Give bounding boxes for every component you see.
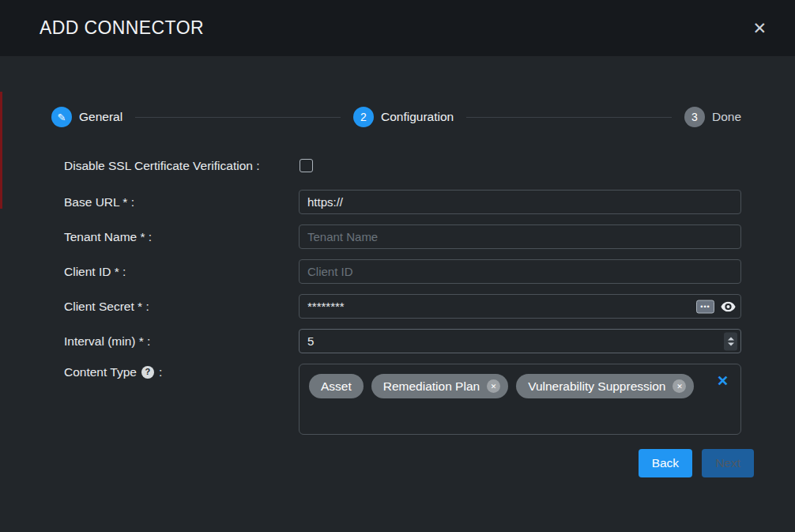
clear-all-icon[interactable]: ✕ bbox=[717, 374, 729, 388]
tag-label: Asset bbox=[321, 379, 352, 394]
tag-remove-icon[interactable]: ✕ bbox=[487, 379, 500, 393]
client-id-input[interactable] bbox=[299, 259, 741, 284]
background-strip bbox=[0, 92, 2, 209]
interval-input[interactable] bbox=[299, 329, 741, 353]
tenant-name-label: Tenant Name * : bbox=[64, 228, 299, 246]
content-type-label-text: Content Type bbox=[64, 364, 137, 381]
field-row-content-type: Content Type ?: Asset Remediation Plan ✕… bbox=[64, 364, 741, 435]
tag-label: Vulnerability Suppression bbox=[528, 379, 665, 394]
modal-header: ADD CONNECTOR ✕ bbox=[0, 0, 795, 56]
help-icon[interactable]: ? bbox=[141, 366, 154, 379]
tag-remediation-plan: Remediation Plan ✕ bbox=[371, 374, 508, 398]
base-url-label: Base URL * : bbox=[64, 194, 299, 211]
client-secret-input[interactable] bbox=[299, 294, 741, 319]
next-button[interactable]: Next bbox=[702, 449, 754, 477]
field-row-base-url: Base URL * : bbox=[64, 190, 741, 214]
pencil-icon: ✎ bbox=[58, 112, 66, 123]
tag-asset: Asset bbox=[309, 374, 364, 398]
field-row-interval: Interval (min) * : bbox=[64, 329, 741, 353]
back-button[interactable]: Back bbox=[639, 449, 692, 477]
ellipsis-icon[interactable]: ••• bbox=[696, 300, 714, 313]
wizard-stepper: ✎ General 2 Configuration 3 Done bbox=[51, 107, 741, 127]
tag-remove-icon[interactable]: ✕ bbox=[673, 379, 686, 393]
modal-body: ✎ General 2 Configuration 3 Done Disable… bbox=[0, 56, 795, 477]
interval-label: Interval (min) * : bbox=[64, 333, 299, 350]
field-row-tenant-name: Tenant Name * : bbox=[64, 224, 741, 249]
spinner-up-icon[interactable] bbox=[728, 337, 734, 340]
step-done-circle: 3 bbox=[684, 107, 705, 127]
step-configuration-circle: 2 bbox=[353, 107, 374, 127]
spinner-down-icon[interactable] bbox=[728, 342, 734, 345]
tag-label: Remediation Plan bbox=[383, 379, 480, 394]
modal-footer: Back Next bbox=[64, 449, 754, 477]
content-type-multiselect[interactable]: Asset Remediation Plan ✕ Vulnerability S… bbox=[299, 364, 741, 435]
step-connector-line bbox=[466, 117, 672, 118]
step-general-label: General bbox=[79, 110, 122, 124]
base-url-input[interactable] bbox=[299, 190, 741, 214]
field-row-client-id: Client ID * : bbox=[64, 259, 741, 284]
field-row-client-secret: Client Secret * : ••• bbox=[64, 294, 741, 319]
ssl-label: Disable SSL Certificate Verification : bbox=[64, 157, 299, 175]
field-row-ssl: Disable SSL Certificate Verification : bbox=[64, 157, 741, 175]
client-secret-label: Client Secret * : bbox=[64, 298, 299, 315]
eye-icon[interactable] bbox=[721, 301, 736, 311]
step-configuration-label: Configuration bbox=[381, 110, 454, 124]
tag-vulnerability-suppression: Vulnerability Suppression ✕ bbox=[516, 374, 694, 398]
ssl-checkbox[interactable] bbox=[300, 159, 313, 172]
step-configuration[interactable]: 2 Configuration bbox=[353, 107, 454, 127]
step-connector-line bbox=[135, 117, 341, 118]
step-done[interactable]: 3 Done bbox=[684, 107, 741, 127]
modal-title: ADD CONNECTOR bbox=[40, 17, 204, 39]
step-general-circle: ✎ bbox=[51, 107, 72, 127]
number-spinner[interactable] bbox=[724, 332, 737, 350]
content-type-label: Content Type ?: bbox=[64, 364, 299, 381]
step-general[interactable]: ✎ General bbox=[51, 107, 122, 127]
step-done-label: Done bbox=[712, 110, 741, 124]
close-icon[interactable]: ✕ bbox=[749, 17, 770, 40]
client-id-label: Client ID * : bbox=[64, 263, 299, 281]
tenant-name-input[interactable] bbox=[299, 224, 741, 249]
